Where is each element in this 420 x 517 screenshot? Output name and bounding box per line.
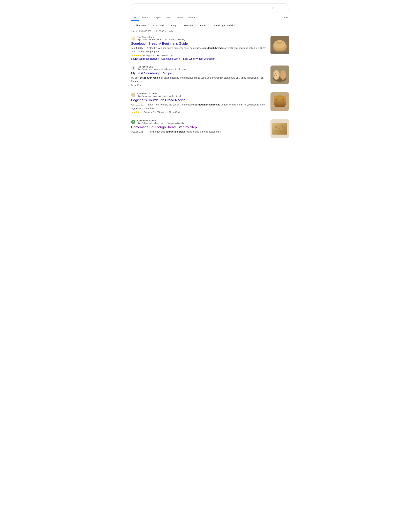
site-name: The Perfect Loaf: [137, 66, 187, 68]
sub-link-sep2: ·: [182, 57, 182, 60]
result-title-link[interactable]: My Best Sourdough Recipe: [131, 71, 268, 75]
search-results: 🌙 The Clever Carrot https://www.thecleve…: [131, 36, 289, 138]
filter-ideas[interactable]: Ideas: [197, 23, 209, 28]
result-thumbnail: [270, 120, 289, 138]
site-favicon: 🌙: [131, 36, 135, 40]
rating-line: ★★★★★★ Rating: 4.6 · 800 votes · 22 hr 4…: [131, 111, 268, 113]
site-name: Farmhouse on Boone: [137, 92, 181, 95]
result-snippet: Apr 10, 2023 — Learn how to make the eas…: [131, 103, 268, 110]
result-meta: 24 hr 55 min: [131, 84, 268, 86]
tab-books[interactable]: Books: [174, 15, 186, 21]
sub-link-sep: ·: [160, 57, 160, 60]
rating-count: 800 votes: [157, 111, 166, 113]
svg-point-34: [279, 128, 280, 129]
filter-pills: With starter Not bread Easy No scale Ide…: [131, 23, 289, 28]
filter-with-starter[interactable]: With starter: [131, 23, 149, 28]
result-item: 🌙 The Clever Carrot https://www.thecleve…: [131, 36, 289, 60]
sub-link-starter[interactable]: Sourdough Starter: [161, 57, 180, 60]
filter-not-bread[interactable]: Not bread: [150, 23, 166, 28]
sub-links: Sourdough Bread Recipes · Sourdough Star…: [131, 57, 268, 60]
filter-no-scale[interactable]: No scale: [181, 23, 195, 28]
rating-time: 14 hr: [171, 54, 176, 57]
favicon-letter: F: [133, 94, 134, 96]
result-options-button[interactable]: ⋮: [264, 120, 268, 124]
svg-point-36: [278, 130, 278, 131]
site-info: The Clever Carrot https://www.thecleverc…: [137, 36, 187, 41]
tab-more-label: More ▾: [188, 16, 195, 19]
favicon-letter: A: [132, 120, 134, 123]
svg-point-37: [283, 129, 284, 130]
svg-point-38: [275, 130, 276, 131]
site-header: 🌙 The Clever Carrot https://www.thecleve…: [131, 36, 268, 41]
result-thumbnail: [270, 92, 289, 111]
search-input[interactable]: sourdough recipe: [134, 6, 271, 10]
tab-more[interactable]: More ▾: [186, 15, 198, 21]
site-header: F Farmhouse on Boone https://www.farmhou…: [131, 92, 268, 97]
tab-images-label: Images: [154, 16, 161, 19]
result-main: 🌙 The Clever Carrot https://www.thecleve…: [131, 36, 268, 60]
svg-rect-29: [285, 105, 288, 107]
tab-books-label: Books: [177, 16, 183, 19]
result-title-link[interactable]: Homemade Sourdough Bread, Step by Step: [131, 125, 268, 129]
tab-videos[interactable]: Videos: [139, 15, 151, 21]
rating-value: Rating: 4.9: [143, 54, 154, 57]
result-snippet: Oct 24, 2017 — This homemade sourdough b…: [131, 130, 268, 134]
tab-news[interactable]: News: [164, 15, 174, 21]
result-snippet: My best sourdough recipe for baking heal…: [131, 76, 268, 83]
clear-button[interactable]: [271, 5, 275, 10]
result-item: A Alexandra's Kitchen https://alexandrac…: [131, 120, 289, 138]
site-url: https://www.theclevercarrot.com › 2014/0…: [137, 38, 187, 41]
tab-all[interactable]: All: [131, 15, 139, 21]
rating-line: ★★★★★ Rating: 4.9 · 946 reviews · 14 hr: [131, 54, 268, 57]
result-options-button[interactable]: ⋮: [264, 66, 268, 70]
result-main: F Farmhouse on Boone https://www.farmhou…: [131, 92, 268, 114]
result-thumbnail: [270, 66, 289, 84]
result-thumbnail: [270, 36, 289, 54]
site-url: https://www.farmhouseonboone.com › Sourd…: [137, 95, 181, 97]
result-title-link[interactable]: Sourdough Bread: A Beginner's Guide: [131, 41, 268, 46]
site-favicon: ⊞: [131, 66, 135, 70]
result-main: ⊞ The Perfect Loaf https://www.theperfec…: [131, 66, 268, 87]
svg-point-19: [280, 70, 286, 79]
sub-link-whole-wheat[interactable]: Light Whole Wheat Sourdough: [183, 57, 215, 60]
search-submit-button[interactable]: [285, 6, 286, 10]
star-rating: ★★★★★: [131, 54, 142, 57]
svg-point-40: [284, 127, 285, 128]
site-header: A Alexandra's Kitchen https://alexandrac…: [131, 120, 268, 124]
svg-point-27: [274, 95, 285, 99]
voice-search-button[interactable]: [277, 6, 279, 10]
svg-point-35: [281, 125, 283, 127]
site-info: Farmhouse on Boone https://www.farmhouse…: [137, 92, 181, 97]
result-title-link[interactable]: Beginner's Sourdough Bread Recipe: [131, 98, 268, 102]
tools-button[interactable]: Tools: [283, 15, 289, 21]
tab-news-label: News: [166, 16, 172, 19]
site-url: https://alexandracooks.com › ... › Sourd…: [137, 122, 184, 124]
tab-images[interactable]: Images: [151, 15, 164, 21]
snippet-date: Oct 24, 2017 —: [131, 130, 148, 133]
result-item: F Farmhouse on Boone https://www.farmhou…: [131, 92, 289, 114]
result-options-button[interactable]: ⋮: [264, 36, 268, 40]
site-name: The Clever Carrot: [137, 36, 187, 38]
site-info: The Perfect Loaf https://www.theperfectl…: [137, 66, 187, 70]
site-name: Alexandra's Kitchen: [137, 120, 184, 122]
star-rating: ★★★★★★: [131, 111, 142, 113]
rating-time: 22 hr 40 min: [169, 111, 181, 113]
svg-point-12: [278, 42, 282, 44]
svg-point-20: [275, 73, 276, 74]
result-options-button[interactable]: ⋮: [264, 93, 268, 97]
nav-tabs: All Videos Images News Books More ▾ Tool…: [131, 15, 289, 21]
tab-all-label: All: [134, 16, 136, 19]
filter-sourdough-sandwich[interactable]: Sourdough sandwich: [210, 23, 238, 28]
svg-point-23: [277, 73, 278, 73]
sub-link-bread-recipes[interactable]: Sourdough Bread Recipes: [131, 57, 159, 60]
rating-sep: ·: [155, 111, 156, 113]
favicon-letter: ⊞: [133, 67, 134, 69]
result-item: ⊞ The Perfect Loaf https://www.theperfec…: [131, 66, 289, 87]
site-favicon: A: [131, 120, 135, 124]
svg-point-39: [280, 131, 281, 132]
rating-count: 946 reviews: [157, 54, 168, 57]
filter-easy[interactable]: Easy: [168, 23, 179, 28]
site-favicon: F: [131, 93, 135, 97]
svg-rect-28: [271, 105, 275, 107]
lens-button[interactable]: [281, 6, 282, 10]
